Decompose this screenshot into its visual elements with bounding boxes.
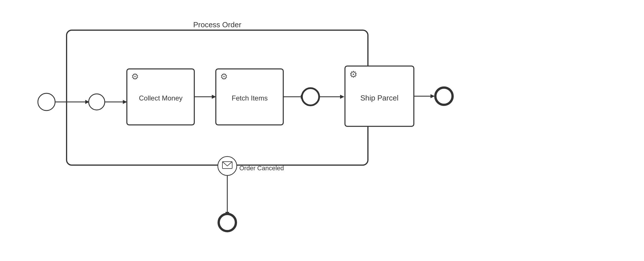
arrow-head-6 [430, 94, 435, 98]
order-canceled-label: Order Canceled [239, 165, 284, 172]
diagram-container: Process Order ⚙ Collect Money ⚙ Fetch It… [21, 13, 623, 248]
fetch-items-label: Fetch Items [232, 94, 267, 102]
subprocess-end-event [302, 88, 319, 105]
cancel-end-event [219, 214, 236, 231]
subprocess-start-event [89, 94, 105, 110]
ship-parcel-label: Ship Parcel [360, 94, 399, 102]
fetch-items-gear-icon: ⚙ [220, 72, 228, 81]
subprocess-label: Process Order [193, 20, 241, 29]
ship-parcel-gear-icon: ⚙ [349, 69, 358, 80]
start-event [38, 93, 55, 111]
collect-money-label: Collect Money [139, 94, 183, 102]
collect-money-gear-icon: ⚙ [131, 72, 139, 81]
end-event [435, 88, 453, 105]
